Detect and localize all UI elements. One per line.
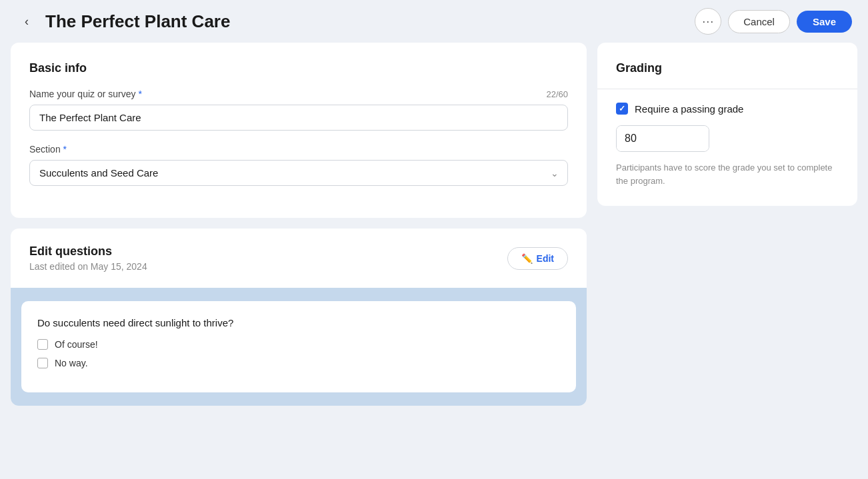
answer-checkbox-2[interactable] — [37, 358, 48, 368]
name-label: Name your quiz or survey * — [29, 89, 142, 99]
main-layout: Basic info Name your quiz or survey * 22… — [0, 43, 868, 479]
questions-preview-area: Do succulents need direct sunlight to th… — [11, 288, 587, 406]
answer-option-1: Of course! — [37, 339, 560, 350]
header-actions: ··· Cancel Save — [695, 8, 852, 35]
question-text: Do succulents need direct sunlight to th… — [37, 317, 560, 328]
question-preview-card: Do succulents need direct sunlight to th… — [21, 301, 576, 392]
edit-questions-card: Edit questions Last edited on May 15, 20… — [11, 229, 587, 288]
quiz-name-input[interactable] — [29, 105, 568, 131]
name-label-row: Name your quiz or survey * 22/60 — [29, 89, 568, 99]
section-select-wrapper: Succulents and Seed Care ⌄ — [29, 160, 568, 186]
answer-option-2: No way. — [37, 358, 560, 368]
section-required: * — [63, 144, 67, 155]
grade-input-row: % — [616, 125, 709, 152]
section-label: Section * — [29, 144, 67, 155]
grading-title: Grading — [616, 61, 839, 75]
section-form-group: Section * Succulents and Seed Care ⌄ — [29, 144, 568, 186]
basic-info-title: Basic info — [29, 61, 568, 75]
name-required: * — [138, 89, 141, 99]
edit-questions-title: Edit questions — [29, 244, 147, 258]
header: ‹ The Perfect Plant Care ··· Cancel Save — [0, 0, 868, 43]
left-column: Basic info Name your quiz or survey * 22… — [11, 43, 587, 468]
right-column: Grading Require a passing grade % Partic… — [597, 43, 857, 468]
more-icon: ··· — [702, 15, 714, 29]
cancel-button[interactable]: Cancel — [728, 10, 790, 33]
page-title: The Perfect Plant Care — [45, 11, 687, 32]
grading-card: Grading Require a passing grade % Partic… — [597, 43, 857, 206]
basic-info-card: Basic info Name your quiz or survey * 22… — [11, 43, 587, 218]
section-select[interactable]: Succulents and Seed Care — [29, 160, 568, 186]
answer-label-2: No way. — [55, 358, 88, 368]
save-button[interactable]: Save — [797, 11, 852, 33]
answer-label-1: Of course! — [55, 339, 98, 350]
passing-grade-label: Require a passing grade — [635, 103, 743, 115]
pencil-icon: ✏️ — [521, 253, 533, 264]
passing-grade-checkbox[interactable] — [616, 103, 628, 115]
grading-hint: Participants have to score the grade you… — [616, 161, 839, 187]
edit-questions-info: Edit questions Last edited on May 15, 20… — [29, 244, 147, 272]
edit-questions-subtitle: Last edited on May 15, 2024 — [29, 261, 147, 272]
back-button[interactable]: ‹ — [16, 11, 37, 32]
section-label-row: Section * — [29, 144, 568, 155]
passing-grade-row: Require a passing grade — [616, 103, 839, 115]
name-form-group: Name your quiz or survey * 22/60 — [29, 89, 568, 131]
grading-divider — [597, 89, 857, 89]
edit-button[interactable]: ✏️ Edit — [507, 247, 568, 270]
char-count: 22/60 — [546, 89, 568, 99]
edit-questions-header: Edit questions Last edited on May 15, 20… — [29, 244, 568, 272]
edit-questions-section: Edit questions Last edited on May 15, 20… — [11, 229, 587, 406]
answer-checkbox-1[interactable] — [37, 339, 48, 350]
more-button[interactable]: ··· — [695, 8, 721, 35]
grade-input[interactable] — [617, 126, 709, 151]
